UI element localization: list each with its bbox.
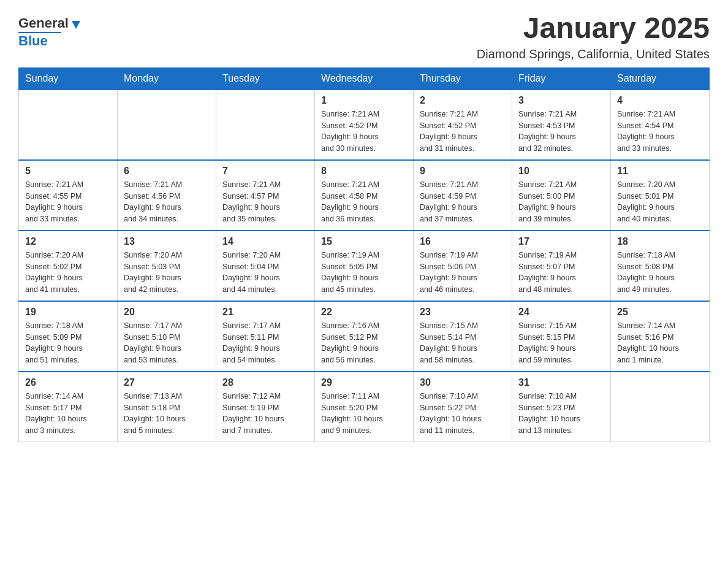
calendar-cell: 14Sunrise: 7:20 AM Sunset: 5:04 PM Dayli…: [216, 231, 315, 301]
day-info: Sunrise: 7:21 AM Sunset: 4:53 PM Dayligh…: [518, 109, 604, 155]
day-number: 1: [321, 95, 407, 106]
day-info: Sunrise: 7:18 AM Sunset: 5:09 PM Dayligh…: [25, 320, 111, 366]
day-info: Sunrise: 7:21 AM Sunset: 4:54 PM Dayligh…: [617, 109, 703, 155]
calendar-cell: 17Sunrise: 7:19 AM Sunset: 5:07 PM Dayli…: [512, 231, 611, 301]
logo-general: General: [18, 15, 69, 31]
calendar-week-1: 1Sunrise: 7:21 AM Sunset: 4:52 PM Daylig…: [19, 90, 710, 160]
day-number: 4: [617, 95, 703, 106]
day-info: Sunrise: 7:20 AM Sunset: 5:01 PM Dayligh…: [617, 179, 703, 225]
day-info: Sunrise: 7:18 AM Sunset: 5:08 PM Dayligh…: [617, 250, 703, 296]
day-number: 28: [222, 377, 308, 388]
calendar-dow-wednesday: Wednesday: [315, 67, 414, 90]
day-info: Sunrise: 7:14 AM Sunset: 5:16 PM Dayligh…: [617, 320, 703, 366]
day-number: 5: [25, 166, 111, 177]
day-info: Sunrise: 7:21 AM Sunset: 4:52 PM Dayligh…: [420, 109, 506, 155]
day-number: 6: [124, 166, 210, 177]
calendar-cell: [19, 90, 118, 160]
day-number: 8: [321, 166, 407, 177]
day-number: 24: [518, 307, 604, 318]
calendar-cell: 25Sunrise: 7:14 AM Sunset: 5:16 PM Dayli…: [611, 301, 710, 372]
day-number: 20: [124, 307, 210, 318]
day-number: 10: [518, 166, 604, 177]
calendar-cell: 9Sunrise: 7:21 AM Sunset: 4:59 PM Daylig…: [414, 160, 512, 231]
calendar-cell: [611, 372, 710, 442]
calendar-dow-monday: Monday: [118, 67, 216, 90]
calendar-cell: 31Sunrise: 7:10 AM Sunset: 5:23 PM Dayli…: [512, 372, 611, 442]
day-number: 7: [222, 166, 308, 177]
day-info: Sunrise: 7:19 AM Sunset: 5:05 PM Dayligh…: [321, 250, 407, 296]
day-number: 13: [124, 236, 210, 247]
calendar-cell: 6Sunrise: 7:21 AM Sunset: 4:56 PM Daylig…: [118, 160, 216, 231]
calendar-week-4: 19Sunrise: 7:18 AM Sunset: 5:09 PM Dayli…: [19, 301, 710, 372]
day-number: 9: [420, 166, 506, 177]
calendar-cell: 13Sunrise: 7:20 AM Sunset: 5:03 PM Dayli…: [118, 231, 216, 301]
day-info: Sunrise: 7:11 AM Sunset: 5:20 PM Dayligh…: [321, 391, 407, 437]
month-title: January 2025: [477, 12, 710, 45]
day-number: 3: [518, 95, 604, 106]
day-number: 21: [222, 307, 308, 318]
title-area: January 2025 Diamond Springs, California…: [477, 12, 710, 61]
day-info: Sunrise: 7:19 AM Sunset: 5:06 PM Dayligh…: [420, 250, 506, 296]
day-info: Sunrise: 7:21 AM Sunset: 4:58 PM Dayligh…: [321, 179, 407, 225]
calendar-cell: 12Sunrise: 7:20 AM Sunset: 5:02 PM Dayli…: [19, 231, 118, 301]
calendar-cell: 22Sunrise: 7:16 AM Sunset: 5:12 PM Dayli…: [315, 301, 414, 372]
calendar-header-row: SundayMondayTuesdayWednesdayThursdayFrid…: [19, 67, 710, 90]
day-number: 15: [321, 236, 407, 247]
day-number: 31: [518, 377, 604, 388]
day-info: Sunrise: 7:21 AM Sunset: 4:55 PM Dayligh…: [25, 179, 111, 225]
page-header: General Blue January 2025 Diamond Spring…: [18, 12, 710, 61]
day-info: Sunrise: 7:14 AM Sunset: 5:17 PM Dayligh…: [25, 391, 111, 437]
logo-blue: Blue: [18, 33, 48, 49]
day-info: Sunrise: 7:13 AM Sunset: 5:18 PM Dayligh…: [124, 391, 210, 437]
day-number: 12: [25, 236, 111, 247]
day-info: Sunrise: 7:21 AM Sunset: 4:56 PM Dayligh…: [124, 179, 210, 225]
calendar-cell: 11Sunrise: 7:20 AM Sunset: 5:01 PM Dayli…: [611, 160, 710, 231]
calendar-cell: 16Sunrise: 7:19 AM Sunset: 5:06 PM Dayli…: [414, 231, 512, 301]
calendar-cell: 1Sunrise: 7:21 AM Sunset: 4:52 PM Daylig…: [315, 90, 414, 160]
calendar-table: SundayMondayTuesdayWednesdayThursdayFrid…: [18, 67, 710, 442]
day-number: 26: [25, 377, 111, 388]
calendar-cell: 28Sunrise: 7:12 AM Sunset: 5:19 PM Dayli…: [216, 372, 315, 442]
calendar-cell: 18Sunrise: 7:18 AM Sunset: 5:08 PM Dayli…: [611, 231, 710, 301]
calendar-cell: 15Sunrise: 7:19 AM Sunset: 5:05 PM Dayli…: [315, 231, 414, 301]
logo: General Blue: [18, 12, 80, 49]
day-number: 19: [25, 307, 111, 318]
day-info: Sunrise: 7:20 AM Sunset: 5:04 PM Dayligh…: [222, 250, 308, 296]
day-info: Sunrise: 7:21 AM Sunset: 4:52 PM Dayligh…: [321, 109, 407, 155]
calendar-week-2: 5Sunrise: 7:21 AM Sunset: 4:55 PM Daylig…: [19, 160, 710, 231]
day-number: 11: [617, 166, 703, 177]
calendar-cell: [118, 90, 216, 160]
day-info: Sunrise: 7:15 AM Sunset: 5:14 PM Dayligh…: [420, 320, 506, 366]
calendar-cell: 23Sunrise: 7:15 AM Sunset: 5:14 PM Dayli…: [414, 301, 512, 372]
calendar-cell: 10Sunrise: 7:21 AM Sunset: 5:00 PM Dayli…: [512, 160, 611, 231]
calendar-cell: 30Sunrise: 7:10 AM Sunset: 5:22 PM Dayli…: [414, 372, 512, 442]
calendar-dow-saturday: Saturday: [611, 67, 710, 90]
day-number: 30: [420, 377, 506, 388]
calendar-cell: 19Sunrise: 7:18 AM Sunset: 5:09 PM Dayli…: [19, 301, 118, 372]
calendar-cell: 21Sunrise: 7:17 AM Sunset: 5:11 PM Dayli…: [216, 301, 315, 372]
day-info: Sunrise: 7:17 AM Sunset: 5:11 PM Dayligh…: [222, 320, 308, 366]
calendar-cell: 26Sunrise: 7:14 AM Sunset: 5:17 PM Dayli…: [19, 372, 118, 442]
day-number: 14: [222, 236, 308, 247]
day-info: Sunrise: 7:10 AM Sunset: 5:22 PM Dayligh…: [420, 391, 506, 437]
calendar-week-5: 26Sunrise: 7:14 AM Sunset: 5:17 PM Dayli…: [19, 372, 710, 442]
calendar-cell: 4Sunrise: 7:21 AM Sunset: 4:54 PM Daylig…: [611, 90, 710, 160]
calendar-dow-friday: Friday: [512, 67, 611, 90]
calendar-cell: 20Sunrise: 7:17 AM Sunset: 5:10 PM Dayli…: [118, 301, 216, 372]
day-number: 29: [321, 377, 407, 388]
calendar-cell: 24Sunrise: 7:15 AM Sunset: 5:15 PM Dayli…: [512, 301, 611, 372]
day-number: 16: [420, 236, 506, 247]
calendar-dow-tuesday: Tuesday: [216, 67, 315, 90]
day-number: 23: [420, 307, 506, 318]
day-number: 18: [617, 236, 703, 247]
calendar-cell: 27Sunrise: 7:13 AM Sunset: 5:18 PM Dayli…: [118, 372, 216, 442]
logo-triangle-icon: [72, 21, 80, 29]
calendar-cell: [216, 90, 315, 160]
day-info: Sunrise: 7:16 AM Sunset: 5:12 PM Dayligh…: [321, 320, 407, 366]
calendar-cell: 29Sunrise: 7:11 AM Sunset: 5:20 PM Dayli…: [315, 372, 414, 442]
day-info: Sunrise: 7:19 AM Sunset: 5:07 PM Dayligh…: [518, 250, 604, 296]
day-info: Sunrise: 7:21 AM Sunset: 5:00 PM Dayligh…: [518, 179, 604, 225]
day-info: Sunrise: 7:20 AM Sunset: 5:03 PM Dayligh…: [124, 250, 210, 296]
day-number: 22: [321, 307, 407, 318]
calendar-cell: 3Sunrise: 7:21 AM Sunset: 4:53 PM Daylig…: [512, 90, 611, 160]
